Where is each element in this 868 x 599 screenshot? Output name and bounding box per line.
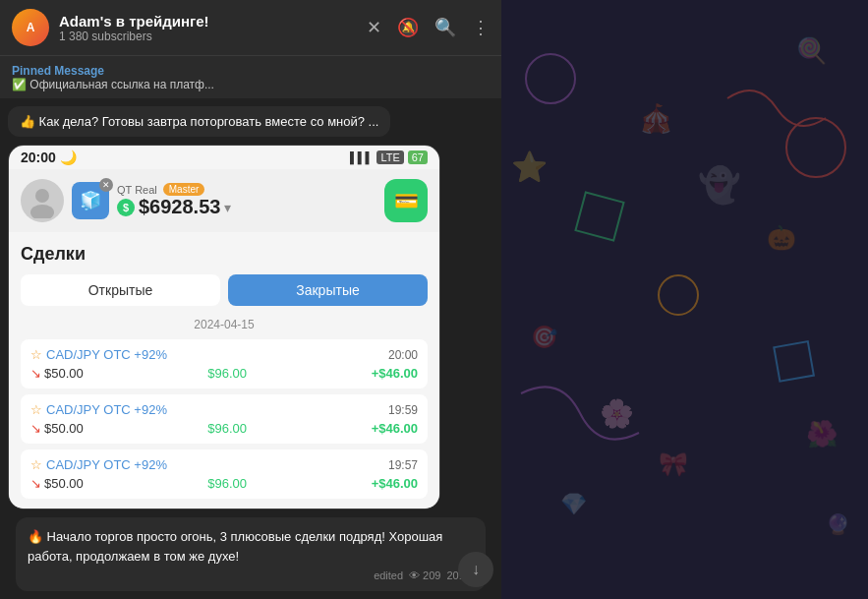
messages-area: 👍 Как дела? Готовы завтра поторговать вм… bbox=[0, 98, 501, 599]
arrow-down-icon: ↘ bbox=[30, 366, 41, 381]
close-icon[interactable]: ✕ bbox=[367, 17, 381, 38]
header-icons: ✕ 🔕 🔍 ⋮ bbox=[367, 17, 490, 38]
trade-row-bottom-2: ↘ $50.00 $96.00 +$46.00 bbox=[30, 421, 418, 436]
trade-time-1: 20:00 bbox=[388, 348, 418, 362]
qt-real-label: QT Real bbox=[117, 184, 157, 196]
svg-text:⭐: ⭐ bbox=[511, 150, 549, 185]
scroll-down-button[interactable]: ↓ bbox=[458, 552, 493, 587]
chat-subscriber-count: 1 380 subscribers bbox=[59, 30, 357, 43]
trade-time-3: 19:57 bbox=[388, 458, 418, 472]
table-row: ☆ CAD/JPY OTC +92% 19:57 ↘ $50.00 $96.00 bbox=[21, 449, 428, 499]
more-icon[interactable]: ⋮ bbox=[472, 17, 490, 38]
dollar-icon: $ bbox=[117, 199, 135, 216]
trade-row-top-1: ☆ CAD/JPY OTC +92% 20:00 bbox=[30, 347, 418, 362]
trading-app: 🧊 ✕ QT Real Master $ $6928.53 ▾ bbox=[9, 169, 439, 509]
pinned-emoji: ✅ bbox=[12, 78, 27, 91]
amount-orig-1: $50.00 bbox=[44, 366, 84, 381]
bottom-message-text: 🔥 Начало торгов просто огонь, 3 плюсовые… bbox=[28, 527, 474, 566]
trades-title: Сделки bbox=[21, 244, 428, 265]
bottom-message-bubble: 🔥 Начало торгов просто огонь, 3 плюсовые… bbox=[16, 517, 486, 591]
signal-icon: ▌▌▌ bbox=[350, 151, 373, 163]
battery-badge: 67 bbox=[408, 150, 428, 164]
chat-title: Adam's в трейдинге! bbox=[59, 13, 357, 30]
master-badge: Master bbox=[163, 183, 205, 196]
svg-point-16 bbox=[35, 189, 49, 203]
tab-closed[interactable]: Закрытые bbox=[228, 274, 428, 306]
trades-tabs: Открытые Закрытые bbox=[21, 274, 428, 306]
amount-orig-2: $50.00 bbox=[44, 421, 84, 436]
pair-label-1: CAD/JPY OTC +92% bbox=[46, 347, 167, 362]
svg-point-17 bbox=[30, 205, 54, 218]
star-icon: ☆ bbox=[30, 402, 42, 417]
svg-point-2 bbox=[659, 275, 698, 315]
trade-pair-2: ☆ CAD/JPY OTC +92% bbox=[30, 402, 167, 417]
svg-point-0 bbox=[526, 54, 575, 103]
pinned-text: ✅ Официальная ссылка на платф... bbox=[12, 78, 490, 91]
svg-text:🎃: 🎃 bbox=[767, 223, 796, 252]
phone-screenshot-card: 20:00 🌙 ▌▌▌ LTE 67 bbox=[8, 145, 440, 509]
message-meta: edited 👁 209 20:01 bbox=[28, 569, 474, 581]
arrow-down-icon: ↘ bbox=[30, 476, 41, 491]
table-row: ☆ CAD/JPY OTC +92% 20:00 ↘ $50.00 $96.00 bbox=[21, 339, 428, 389]
chat-header-info: Adam's в трейдинге! 1 380 subscribers bbox=[59, 13, 357, 43]
account-balance-row: $ $6928.53 ▾ bbox=[117, 196, 376, 218]
trade-amount-2: ↘ $50.00 bbox=[30, 421, 84, 436]
time-value: 20:00 bbox=[21, 150, 56, 165]
trade-pair-1: ☆ CAD/JPY OTC +92% bbox=[30, 347, 167, 362]
svg-rect-3 bbox=[576, 193, 624, 241]
trade-time-2: 19:59 bbox=[388, 403, 418, 417]
svg-text:🍭: 🍭 bbox=[796, 35, 828, 66]
phone-time: 20:00 🌙 bbox=[21, 150, 77, 165]
trade-pair-3: ☆ CAD/JPY OTC +92% bbox=[30, 457, 167, 472]
right-panel: ⭐ 🍭 🎪 🎯 🌺 🎀 💎 🎃 🌸 🔮 👻 bbox=[501, 0, 868, 599]
svg-rect-4 bbox=[774, 341, 814, 382]
balance-chevron-icon: ▾ bbox=[224, 200, 231, 215]
eye-icon: 👁 bbox=[409, 569, 420, 581]
amount-result-2: $96.00 bbox=[207, 421, 247, 436]
views-count: 👁 209 bbox=[409, 569, 440, 581]
svg-text:👻: 👻 bbox=[698, 164, 741, 206]
chat-avatar: A bbox=[12, 9, 49, 46]
trading-user-avatar bbox=[21, 179, 64, 222]
chat-header: A Adam's в трейдинге! 1 380 subscribers … bbox=[0, 0, 501, 55]
pair-label-3: CAD/JPY OTC +92% bbox=[46, 457, 167, 472]
svg-text:🎯: 🎯 bbox=[531, 324, 558, 350]
trading-broker-icon: 🧊 ✕ bbox=[72, 182, 109, 219]
amount-profit-2: +$46.00 bbox=[372, 421, 418, 436]
date-label: 2024-04-15 bbox=[21, 318, 428, 331]
svg-text:🔮: 🔮 bbox=[826, 512, 850, 536]
pair-label-2: CAD/JPY OTC +92% bbox=[46, 402, 167, 417]
trade-row-top-3: ☆ CAD/JPY OTC +92% 19:57 bbox=[30, 457, 418, 472]
first-message-text: 👍 Как дела? Готовы завтра поторговать вм… bbox=[20, 114, 378, 129]
trade-row-bottom-1: ↘ $50.00 $96.00 +$46.00 bbox=[30, 366, 418, 381]
trading-account-info: QT Real Master $ $6928.53 ▾ bbox=[117, 183, 376, 218]
svg-text:🎪: 🎪 bbox=[639, 102, 673, 135]
trades-section: Сделки Открытые Закрытые 2024-04-15 ☆ bbox=[9, 232, 439, 509]
trade-row-bottom-3: ↘ $50.00 $96.00 +$46.00 bbox=[30, 476, 418, 491]
mute-icon[interactable]: 🔕 bbox=[397, 17, 419, 38]
chat-panel: A Adam's в трейдинге! 1 380 subscribers … bbox=[0, 0, 501, 599]
broker-close-icon: ✕ bbox=[99, 178, 113, 192]
moon-icon: 🌙 bbox=[60, 150, 77, 165]
first-message-bubble: 👍 Как дела? Готовы завтра поторговать вм… bbox=[8, 106, 390, 137]
pinned-content: Pinned Message ✅ Официальная ссылка на п… bbox=[12, 64, 490, 91]
svg-text:🎀: 🎀 bbox=[659, 449, 688, 478]
lte-badge: LTE bbox=[376, 150, 403, 164]
pinned-message-text: Официальная ссылка на платф... bbox=[29, 78, 214, 91]
search-icon[interactable]: 🔍 bbox=[434, 17, 456, 38]
amount-profit-1: +$46.00 bbox=[372, 366, 418, 381]
table-row: ☆ CAD/JPY OTC +92% 19:59 ↘ $50.00 $96.00 bbox=[21, 394, 428, 444]
views-number: 209 bbox=[423, 569, 440, 581]
svg-point-1 bbox=[786, 118, 845, 177]
amount-orig-3: $50.00 bbox=[44, 476, 84, 491]
star-icon: ☆ bbox=[30, 347, 42, 362]
amount-result-3: $96.00 bbox=[207, 476, 247, 491]
balance-amount: $6928.53 bbox=[139, 196, 220, 218]
edited-label: edited bbox=[374, 569, 403, 581]
trade-row-top-2: ☆ CAD/JPY OTC +92% 19:59 bbox=[30, 402, 418, 417]
wallet-button[interactable]: 💳 bbox=[384, 179, 428, 222]
trade-amount-3: ↘ $50.00 bbox=[30, 476, 84, 491]
tab-open[interactable]: Открытые bbox=[21, 274, 220, 306]
pinned-label: Pinned Message bbox=[12, 64, 490, 78]
pinned-bar[interactable]: Pinned Message ✅ Официальная ссылка на п… bbox=[0, 55, 501, 98]
